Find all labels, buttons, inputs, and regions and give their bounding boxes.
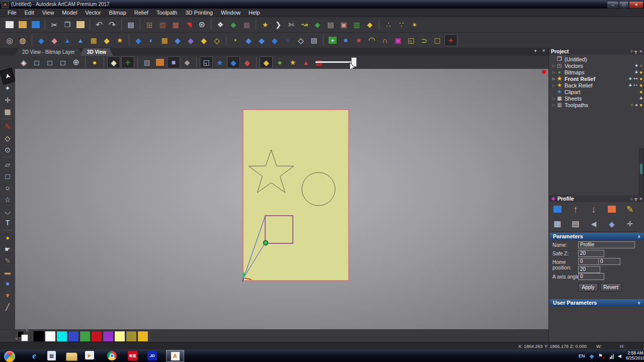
outline-relief-icon[interactable]: ◇ [211,34,223,46]
menu-file[interactable]: File [4,10,20,16]
expand-section-icon[interactable]: ∨ [637,301,640,305]
material-sheets-icon[interactable]: ▥ [156,19,169,31]
distort-mesh-icon[interactable]: ▦ [2,106,14,117]
relief-yellow-icon[interactable]: ◆ [364,19,376,31]
expand-icon[interactable]: ▷ [551,103,556,107]
arrow-tool-icon[interactable]: ❯ [272,19,284,31]
jd-icon[interactable]: JD [147,351,157,360]
menu-toolpath[interactable]: Toolpath [153,10,181,16]
measure-icon[interactable]: ⊙ [2,144,14,155]
arch-tool-icon[interactable]: ∩ [379,34,391,46]
tree-item-vectors[interactable]: ▷◳ Vectors +○ [549,62,644,69]
snap-settings-icon[interactable]: ⊛ [196,19,208,31]
simulate-toolpath-icon[interactable]: ◆ [606,218,618,230]
create-text-icon[interactable]: T [2,217,14,228]
visibility-off-icon[interactable]: ○ [639,63,642,68]
revert-button[interactable]: Revert [600,283,621,292]
home-icon[interactable]: ⌂ [630,197,633,201]
offset-relief-icon[interactable]: ◆ [227,19,239,31]
edit-toolpath-icon[interactable]: ✎ [624,203,636,215]
color-palette-icon[interactable]: ▦ [170,19,182,31]
move-up-icon[interactable]: ↑ [570,203,582,215]
redo-icon[interactable]: ↷ [106,19,118,31]
nest-points-icon[interactable]: ∴ [382,19,394,31]
action-center-flag-icon[interactable]: ⚑✕ [598,353,603,358]
create-star-icon[interactable]: ☆ [2,194,14,205]
zoom-object-icon[interactable]: ◎ [4,34,16,46]
close-button[interactable]: ✕ [629,1,643,9]
find-clipart-icon[interactable]: ★ [287,56,299,68]
menu-relief[interactable]: Relief [131,10,152,16]
safe-z-input[interactable]: 20 [578,250,604,257]
relief-library-icon[interactable]: ★ [114,34,126,46]
color-swatch-5[interactable] [79,331,91,342]
draw-plane-icon[interactable]: ◆ [107,56,120,68]
tree-item-back-relief[interactable]: ▷★ Back Relief +++● [549,82,644,88]
add-icon[interactable]: + [629,82,632,88]
arc-arrow-icon[interactable]: ◠ [366,34,378,46]
model-sheet[interactable] [243,110,349,281]
visibility-on-icon[interactable]: ● [639,76,642,81]
create-circle-icon[interactable]: ○ [2,182,14,194]
tree-item-front-relief[interactable]: ▷★ Front Relief +++● [549,75,644,82]
volume-icon[interactable]: ◀ [618,353,621,358]
create-arc-icon[interactable]: ◡ [2,205,14,217]
visibility-on-icon[interactable]: ● [639,69,642,75]
material-block-icon[interactable]: ■ [167,56,180,68]
color-swatch-6[interactable] [91,331,102,342]
reference-book-icon[interactable]: ▤ [325,19,337,31]
expand-icon[interactable]: ▷ [551,64,556,68]
fit-curve-icon[interactable]: ↝ [298,19,310,31]
collapse-icon[interactable]: ∧ [637,234,640,239]
menu-bitmap[interactable]: Bitmap [106,10,130,16]
expand-icon[interactable]: ▷ [551,97,556,101]
expand-icon[interactable]: ▷ [551,77,556,81]
help-icon[interactable]: ? [630,49,632,54]
relief-layer-icon[interactable]: ◆ [101,34,113,46]
minimize-button[interactable]: – [607,1,619,9]
create-polyline-icon[interactable]: ▱ [2,159,14,170]
color-swatch-10[interactable] [137,331,148,342]
home-x-input[interactable]: 0 [578,258,600,265]
add-icon[interactable]: + [629,76,632,81]
cut-icon[interactable]: ✂ [48,19,60,31]
tree-item-untitled[interactable]: ❐ (Untitled) [549,56,644,62]
relief-red-icon[interactable]: ◆ [241,56,253,68]
color-pyramid-icon[interactable]: ▲ [300,56,312,68]
expand-icon[interactable]: ▷ [551,70,556,74]
open-folder-icon[interactable] [17,19,29,31]
vector-library-icon[interactable]: ★ [259,19,271,31]
tree-item-bitmaps[interactable]: ▷● Bitmaps +● [549,69,644,75]
link-colors-icon[interactable]: ↳ [15,337,18,341]
flat-relief-icon[interactable]: ◆ [269,34,281,46]
transform-icon[interactable]: ✛ [2,94,14,106]
toolpath-start-node[interactable] [264,241,268,245]
shape-round-icon[interactable]: ▢ [431,34,443,46]
media-player-icon[interactable]: ▶ [85,351,94,359]
relief-stack-3d-icon[interactable]: ◆ [227,56,240,68]
security-shield-icon[interactable]: ◆ [590,353,594,359]
star-cut-icon[interactable]: ★ [282,34,294,46]
visibility-off-icon[interactable]: ○ [630,102,633,108]
tree-item-sheets[interactable]: ▷▦ Sheets + [549,95,644,102]
relief-smooth-icon[interactable]: ◆ [35,34,47,46]
preview-relief-icon[interactable]: ◆ [260,56,273,68]
origin-triad-icon[interactable]: ✛ [121,56,134,68]
network-icon[interactable] [609,354,615,359]
home-y-input[interactable]: 0 [598,258,620,265]
rotary-cylinder-icon[interactable] [154,56,166,68]
blob-tool-icon[interactable]: ● [340,34,352,46]
copy-vectors-icon[interactable]: ▥ [351,19,363,31]
apply-button[interactable]: Apply [578,283,598,292]
greyscale-shapes-icon[interactable]: ● [274,56,286,68]
wrap-relief-icon[interactable]: ◆ [243,34,255,46]
star-hatch-icon[interactable]: ★ [353,34,365,46]
raise-relief-icon[interactable]: ◆ [172,34,184,46]
visibility-on-icon[interactable]: ● [639,102,642,108]
close-panel-icon[interactable]: ✕ [639,49,642,54]
panel-scrollbar-track[interactable] [639,148,644,197]
fill-vector-icon[interactable]: ❖ [214,19,226,31]
color-swatch-2[interactable] [45,331,56,342]
menu-edit[interactable]: Edit [21,10,38,16]
chisel-tool-icon[interactable]: ▬ [2,266,14,278]
